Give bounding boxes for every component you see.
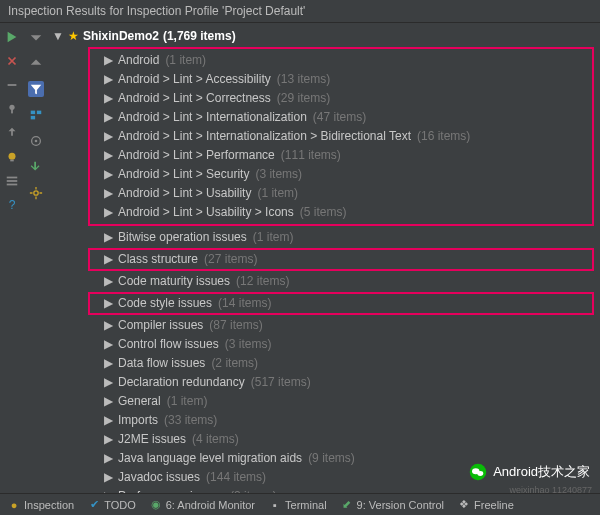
close-icon[interactable]: [4, 77, 20, 93]
export-icon[interactable]: [4, 125, 20, 141]
expand-icon[interactable]: [28, 29, 44, 45]
wechat-icon: [469, 463, 487, 481]
tab-label: Terminal: [285, 499, 327, 511]
svg-rect-8: [31, 111, 35, 115]
tree-item[interactable]: ▶Data flow issues(2 items): [48, 354, 600, 373]
item-label: Android > Lint > Usability: [118, 185, 251, 202]
tree-item[interactable]: ▶Compiler issues(87 items): [48, 316, 600, 335]
stop-icon[interactable]: [4, 53, 20, 69]
help-icon[interactable]: ?: [4, 197, 20, 213]
item-label: Bitwise operation issues: [118, 229, 247, 246]
tree-item[interactable]: ▶Android > Lint > Performance(111 items): [90, 146, 592, 165]
item-count: (3 items): [255, 166, 302, 183]
tab-version-control[interactable]: ⬋ 9: Version Control: [341, 499, 444, 511]
svg-rect-9: [37, 111, 41, 115]
chevron-right-icon: ▶: [104, 71, 112, 88]
chevron-right-icon: ▶: [104, 412, 112, 429]
item-count: (47 items): [313, 109, 366, 126]
item-label: Android: [118, 52, 159, 69]
filter-icon[interactable]: [28, 81, 44, 97]
item-count: (16 items): [417, 128, 470, 145]
item-label: Android > Lint > Internationalization > …: [118, 128, 411, 145]
tab-terminal[interactable]: ▪ Terminal: [269, 499, 327, 511]
rerun-icon[interactable]: [4, 29, 20, 45]
item-label: Control flow issues: [118, 336, 219, 353]
tree-item[interactable]: ▶Android > Lint > Internationalization(4…: [90, 108, 592, 127]
tree-item[interactable]: ▶Control flow issues(3 items): [48, 335, 600, 354]
item-count: (4 items): [192, 431, 239, 448]
tree-item[interactable]: ▶Android > Lint > Accessibility(13 items…: [90, 70, 592, 89]
item-count: (5 items): [300, 204, 347, 221]
item-label: Android > Lint > Security: [118, 166, 249, 183]
settings-icon[interactable]: [28, 185, 44, 201]
tab-android-monitor[interactable]: ◉ 6: Android Monitor: [150, 499, 255, 511]
bulb-icon: ★: [68, 29, 79, 43]
toolbar-left-1: ?: [0, 23, 24, 494]
chevron-right-icon: ▶: [104, 166, 112, 183]
svg-point-12: [35, 140, 38, 143]
overlay-text: Android技术之家: [493, 463, 590, 481]
chevron-right-icon: ▶: [104, 185, 112, 202]
group-icon[interactable]: [28, 107, 44, 123]
item-label: J2ME issues: [118, 431, 186, 448]
item-label: Android > Lint > Usability > Icons: [118, 204, 294, 221]
list-icon[interactable]: [4, 173, 20, 189]
chevron-right-icon: ▶: [104, 273, 112, 290]
tab-todo[interactable]: ✔ TODO: [88, 499, 136, 511]
item-label: Android > Lint > Performance: [118, 147, 275, 164]
svg-rect-0: [8, 84, 17, 86]
toolbar-left-2: [24, 23, 48, 494]
tree-item[interactable]: ▶Android > Lint > Security(3 items): [90, 165, 592, 184]
pin-icon[interactable]: [4, 101, 20, 117]
vcs-icon: ⬋: [341, 499, 353, 511]
item-label: Class structure: [118, 251, 198, 268]
tree-root[interactable]: ▼ ★ ShixinDemo2 (1,769 items): [48, 27, 600, 45]
root-count: (1,769 items): [163, 29, 236, 43]
tab-freeline[interactable]: ❖ Freeline: [458, 499, 514, 511]
tab-inspection[interactable]: ● Inspection: [8, 499, 74, 511]
tree-item[interactable]: ▶Android > Lint > Correctness(29 items): [90, 89, 592, 108]
collapse-icon[interactable]: [28, 55, 44, 71]
tree-item[interactable]: ▶J2ME issues(4 items): [48, 430, 600, 449]
tree-item[interactable]: ▶Android > Lint > Internationalization >…: [90, 127, 592, 146]
svg-rect-4: [10, 160, 14, 162]
freeline-icon: ❖: [458, 499, 470, 511]
tree-item[interactable]: ▶Declaration redundancy(517 items): [48, 373, 600, 392]
item-label: Android > Lint > Internationalization: [118, 109, 307, 126]
tab-label: Freeline: [474, 499, 514, 511]
item-label: Android > Lint > Accessibility: [118, 71, 271, 88]
title-text: Inspection Results for Inspection Profil…: [8, 4, 305, 18]
tree-item[interactable]: ▶General(1 item): [48, 392, 600, 411]
title-bar: Inspection Results for Inspection Profil…: [0, 0, 600, 23]
tree-item[interactable]: ▶Android > Lint > Usability > Icons(5 it…: [90, 203, 592, 222]
tree-item[interactable]: ▶Android(1 item): [90, 51, 592, 70]
svg-rect-5: [7, 177, 18, 179]
terminal-icon: ▪: [269, 499, 281, 511]
item-label: Code style issues: [118, 295, 212, 312]
item-count: (144 items): [206, 469, 266, 486]
chevron-right-icon: ▶: [104, 90, 112, 107]
tree-item[interactable]: ▶Code style issues(14 items): [90, 294, 592, 313]
item-count: (1 item): [257, 185, 298, 202]
item-label: Java language level migration aids: [118, 450, 302, 467]
inspection-tree[interactable]: ▼ ★ ShixinDemo2 (1,769 items) ▶Android(1…: [48, 23, 600, 494]
item-label: General: [118, 393, 161, 410]
item-count: (1 item): [165, 52, 206, 69]
check-icon: ✔: [88, 499, 100, 511]
chevron-right-icon: ▶: [104, 52, 112, 69]
tree-item[interactable]: ▶Android > Lint > Usability(1 item): [90, 184, 592, 203]
item-count: (29 items): [277, 90, 330, 107]
item-count: (14 items): [218, 295, 271, 312]
tree-item[interactable]: ▶Class structure(27 items): [90, 250, 592, 269]
item-count: (27 items): [204, 251, 257, 268]
tree-item[interactable]: ▶Imports(33 items): [48, 411, 600, 430]
chevron-right-icon: ▶: [104, 204, 112, 221]
download-icon[interactable]: [28, 159, 44, 175]
chevron-right-icon: ▶: [104, 393, 112, 410]
item-count: (517 items): [251, 374, 311, 391]
bulb-icon[interactable]: [4, 149, 20, 165]
tree-item[interactable]: ▶Bitwise operation issues(1 item): [48, 228, 600, 247]
tree-item[interactable]: ▶Code maturity issues(12 items): [48, 272, 600, 291]
autoscroll-icon[interactable]: [28, 133, 44, 149]
svg-point-13: [34, 191, 38, 195]
